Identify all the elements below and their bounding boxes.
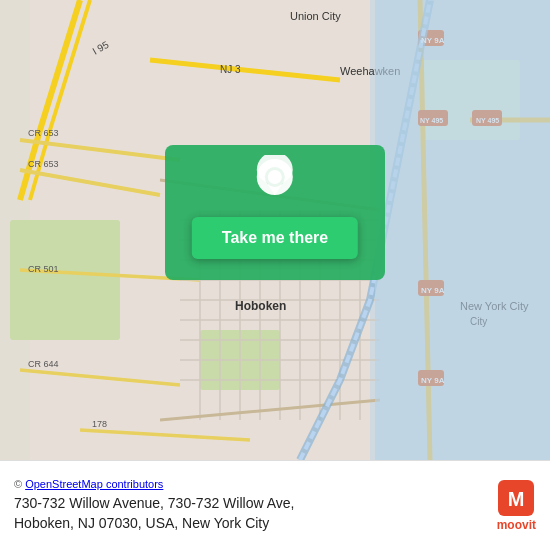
osm-copyright: ©: [14, 478, 22, 490]
svg-point-50: [268, 170, 282, 184]
take-me-there-button[interactable]: Take me there: [192, 217, 358, 259]
svg-text:NJ 3: NJ 3: [220, 64, 241, 75]
address-line2: Hoboken, NJ 07030, USA, New York City: [14, 515, 269, 531]
osm-credit: © OpenStreetMap contributors: [14, 478, 487, 490]
svg-text:CR 653: CR 653: [28, 128, 59, 138]
map-container: I 95 NJ 3 CR 653 CR 653 CR 501 CR 644 17…: [0, 0, 550, 460]
svg-text:CR 653: CR 653: [28, 159, 59, 169]
svg-text:CR 644: CR 644: [28, 359, 59, 369]
footer-text-block: © OpenStreetMap contributors 730-732 Wil…: [14, 478, 487, 533]
svg-rect-3: [10, 220, 120, 340]
svg-text:CR 501: CR 501: [28, 264, 59, 274]
moovit-logo: M moovit: [497, 480, 536, 532]
svg-text:M: M: [508, 488, 525, 510]
location-pin-icon: [247, 155, 303, 211]
osm-link[interactable]: OpenStreetMap contributors: [25, 478, 163, 490]
svg-text:178: 178: [92, 419, 107, 429]
cta-button-container: Take me there: [192, 155, 358, 259]
svg-rect-46: [375, 0, 550, 460]
address-line1: 730-732 Willow Avenue, 730-732 Willow Av…: [14, 495, 294, 511]
moovit-icon: M: [498, 480, 534, 516]
moovit-label: moovit: [497, 518, 536, 532]
footer: © OpenStreetMap contributors 730-732 Wil…: [0, 460, 550, 550]
address-text: 730-732 Willow Avenue, 730-732 Willow Av…: [14, 494, 487, 533]
svg-text:Hoboken: Hoboken: [235, 299, 286, 313]
svg-text:Union City: Union City: [290, 10, 341, 22]
